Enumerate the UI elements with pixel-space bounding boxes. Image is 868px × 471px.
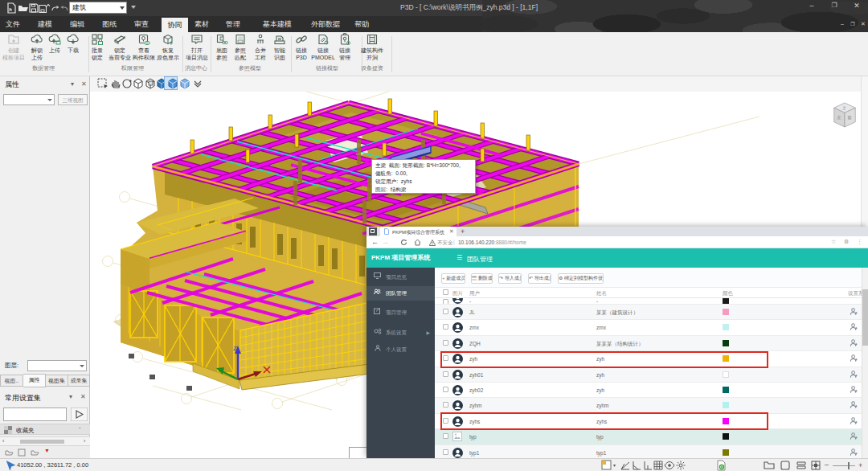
svg-text:前: 前	[848, 115, 852, 120]
svg-text:Z: Z	[233, 345, 237, 352]
svg-text:上: 上	[841, 105, 846, 110]
svg-text:左: 左	[837, 115, 841, 120]
